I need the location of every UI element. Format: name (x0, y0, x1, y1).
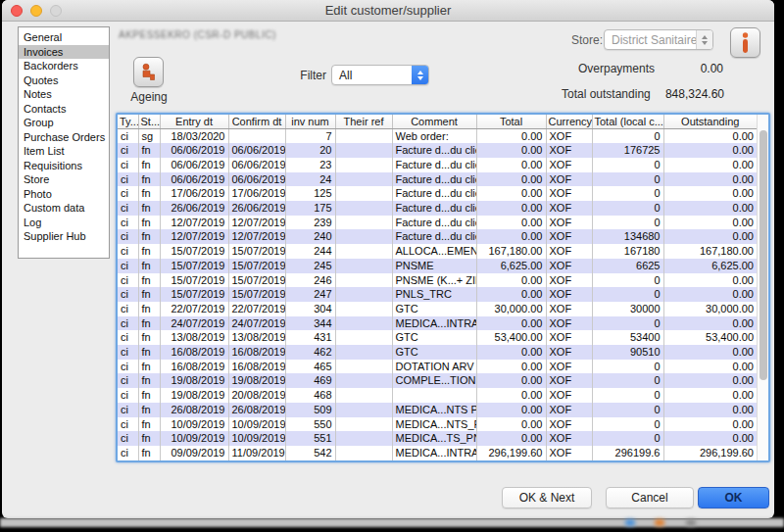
cell (335, 229, 392, 244)
cancel-button[interactable]: Cancel (606, 487, 694, 508)
table-row[interactable]: cifn09/09/201911/09/2019542MEDICA...INTR… (118, 446, 757, 460)
cell: 134680 (592, 229, 663, 244)
table-row[interactable]: cifn13/08/201913/08/2019431GTC53,400.00X… (118, 330, 757, 345)
sidebar-item-requisitions[interactable]: Requisitions (19, 159, 109, 173)
table-row[interactable]: cifn16/08/201916/08/2019465DOTATION ARV0… (118, 360, 757, 374)
sidebar-item-invoices[interactable]: Invoices (19, 45, 109, 60)
table-row[interactable]: cifn22/07/201922/07/2019304GTC30,000.00X… (118, 302, 757, 316)
cell: fn (138, 417, 160, 432)
cell: XOF (546, 388, 592, 403)
scrollbar-thumb[interactable] (760, 130, 767, 380)
ok-button[interactable]: OK (698, 487, 769, 508)
sidebar-item-general[interactable]: General (19, 30, 109, 45)
cell: 12/07/2019 (160, 229, 228, 244)
column-header-outstanding[interactable]: Outstanding (663, 115, 757, 128)
cell: 0 (592, 158, 663, 172)
close-window-button[interactable] (11, 5, 23, 17)
cell (335, 360, 392, 374)
cell: 24/07/2019 (160, 316, 228, 331)
cell: Facture d...du client (392, 143, 476, 158)
table-row[interactable]: cifn10/09/201910/09/2019550MEDICA...NTS_… (118, 417, 757, 432)
sidebar-item-group[interactable]: Group (19, 116, 109, 130)
table-row[interactable]: cifn15/07/201915/07/2019245PNSME6,625.00… (118, 259, 757, 273)
window-title: Edit customer/supplier (2, 0, 774, 22)
cell (228, 128, 285, 143)
table-row[interactable]: cifn06/06/201906/06/201920Facture d...du… (118, 143, 757, 158)
table-row[interactable]: cisg18/03/20207Web order:0.00XOF00.00 (118, 128, 757, 143)
column-header-confirm-dt[interactable]: Confirm dt (228, 115, 285, 128)
cell: 0.00 (476, 431, 546, 446)
ok-and-next-button[interactable]: OK & Next (502, 487, 592, 508)
cell: XOF (546, 446, 592, 460)
column-header-st-[interactable]: St... (138, 115, 160, 128)
sidebar-item-supplier-hub[interactable]: Supplier Hub (19, 229, 109, 244)
cell: ci (118, 273, 138, 288)
cell: 23 (285, 158, 335, 172)
cell: XOF (546, 128, 592, 143)
table-row[interactable]: cifn15/07/201915/07/2019246PNSME (K...+ … (118, 273, 757, 288)
cell: XOF (546, 431, 592, 446)
table-row[interactable]: cifn19/08/201920/08/20194680.00XOF00.00 (118, 388, 757, 403)
sidebar-item-log[interactable]: Log (19, 216, 109, 230)
table-row[interactable]: cifn15/07/201915/07/2019244ALLOCA...EMEN… (118, 244, 757, 259)
cell: 06/06/2019 (160, 143, 228, 158)
sidebar-item-purchase-orders[interactable]: Purchase Orders (19, 130, 109, 145)
cell: 26/06/2019 (228, 201, 285, 216)
cell: 0.00 (476, 186, 546, 201)
vertical-scrollbar[interactable] (757, 115, 768, 460)
column-header-total-local-c-[interactable]: Total (local c... (592, 115, 663, 128)
table-row[interactable]: cifn10/09/201910/09/2019551MEDICA...TS_P… (118, 431, 757, 446)
cell: 0 (592, 186, 663, 201)
sidebar-item-custom-data[interactable]: Custom data (19, 201, 109, 216)
column-header-currency[interactable]: Currency (546, 115, 592, 128)
cell: 0.00 (476, 316, 546, 331)
cell: 20/08/2019 (228, 388, 285, 403)
table-row[interactable]: cifn19/08/201919/08/2019469COMPLE...TION… (118, 373, 757, 388)
table-row[interactable]: cifn26/08/201926/08/2019509MEDICA...NTS … (118, 403, 757, 417)
cell: MEDICA...INTRANTS (392, 446, 476, 460)
cell: 0.00 (663, 229, 757, 244)
cell: 0.00 (663, 373, 757, 388)
cell: PNSME (392, 259, 476, 273)
cell (335, 201, 392, 216)
filter-dropdown[interactable]: All (331, 65, 429, 85)
cell (335, 388, 392, 403)
minimize-window-button[interactable] (30, 5, 42, 17)
cell: 296,199.60 (476, 446, 546, 460)
column-header-their-ref[interactable]: Their ref (335, 115, 392, 128)
table-row[interactable]: cifn12/07/201912/07/2019240Facture d...d… (118, 229, 757, 244)
table-row[interactable]: cifn06/06/201906/06/201924Facture d...du… (118, 172, 757, 187)
sidebar-item-store[interactable]: Store (19, 172, 109, 187)
ageing-button[interactable] (133, 57, 164, 87)
column-header-total[interactable]: Total (476, 115, 546, 128)
sidebar-item-photo[interactable]: Photo (19, 187, 109, 202)
table-row[interactable]: cifn12/07/201912/07/2019239Facture d...d… (118, 216, 757, 230)
sidebar-item-contacts[interactable]: Contacts (19, 102, 109, 117)
cell: XOF (546, 158, 592, 172)
customer-name: AKPESSEKRO (CSR-D PUBLIC) (119, 29, 276, 40)
table-row[interactable]: cifn17/06/201917/06/2019125Facture d...d… (118, 186, 757, 201)
column-header-comment[interactable]: Comment (392, 115, 476, 128)
table-row[interactable]: cifn16/08/201916/08/2019462GTC0.00XOF905… (118, 345, 757, 360)
table-row[interactable]: cifn26/06/201926/06/2019175Facture d...d… (118, 201, 757, 216)
cell: 16/08/2019 (228, 345, 285, 360)
title-bar[interactable]: Edit customer/supplier (2, 0, 774, 22)
column-header-ty-[interactable]: Ty... (118, 115, 138, 128)
sidebar-item-notes[interactable]: Notes (19, 87, 109, 102)
cell: fn (138, 388, 160, 403)
table-row[interactable]: cifn15/07/201915/07/2019247PNLS_TRC0.00X… (118, 287, 757, 302)
sidebar-item-quotes[interactable]: Quotes (19, 73, 109, 88)
table-row[interactable]: cifn24/07/201924/07/2019344MEDICA...INTR… (118, 316, 757, 331)
cell: 10/09/2019 (160, 431, 228, 446)
cell: 0.00 (476, 345, 546, 360)
cell: 0.00 (663, 216, 757, 230)
column-header-inv-num[interactable]: inv num (285, 115, 335, 128)
table-row[interactable]: cifn06/06/201906/06/201923Facture d...du… (118, 158, 757, 172)
sidebar-item-backorders[interactable]: Backorders (19, 59, 109, 73)
info-button[interactable] (730, 27, 760, 58)
column-header-entry-dt[interactable]: Entry dt (160, 115, 228, 128)
cell: fn (138, 373, 160, 388)
cell: 176725 (592, 143, 663, 158)
sidebar-item-item-list[interactable]: Item List (19, 144, 109, 159)
cell: 551 (285, 431, 335, 446)
